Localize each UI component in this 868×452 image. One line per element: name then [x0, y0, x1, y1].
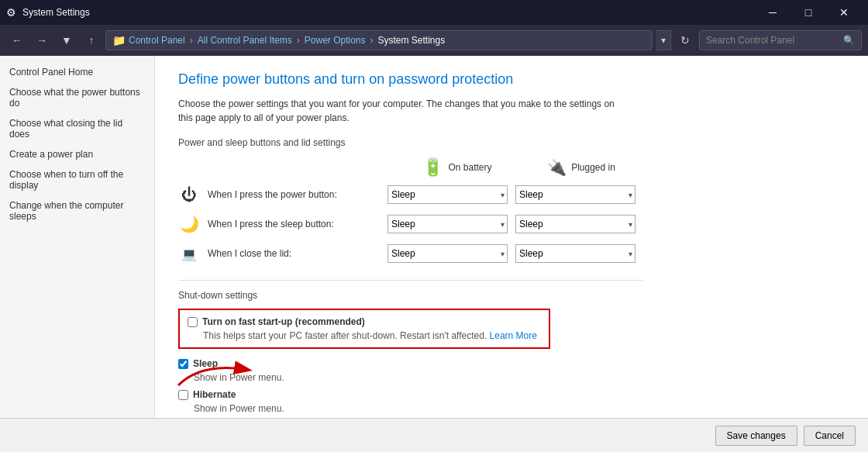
fast-startup-label[interactable]: Turn on fast start-up (recommended) — [202, 316, 365, 327]
learn-more-link[interactable]: Learn More — [490, 330, 537, 341]
sidebar-item-4[interactable]: Create a power plan — [0, 144, 154, 164]
sleep-battery-select[interactable]: Do nothing Sleep Hibernate Shut down — [388, 215, 508, 233]
fast-startup-desc: This helps start your PC faster after sh… — [203, 330, 541, 341]
sleep-battery-select-wrapper[interactable]: Do nothing Sleep Hibernate Shut down ▾ — [388, 215, 508, 233]
power-button-row: ⏻ When I press the power button: Do noth… — [178, 184, 643, 205]
sleep-checkbox[interactable] — [178, 359, 188, 369]
hibernate-sub-label: Show in Power menu. — [194, 403, 845, 414]
breadcrumb-power-options[interactable]: Power Options — [305, 35, 366, 46]
power-button-icon: ⏻ — [178, 184, 200, 205]
sidebar-item-3[interactable]: Choose what closing the lid does — [0, 113, 154, 144]
lid-label: When I close the lid: — [208, 248, 291, 259]
recent-locations-button[interactable]: ▼ — [56, 29, 78, 51]
address-bar: ← → ▼ ↑ 📁 Control Panel › All Control Pa… — [0, 25, 868, 56]
back-button[interactable]: ← — [6, 29, 28, 51]
lid-icon: 💻 — [178, 243, 200, 264]
settings-table: 🔋 On battery 🔌 Plugged in ⏻ When I press… — [178, 157, 643, 264]
battery-column-header: 🔋 On battery — [395, 157, 519, 178]
power-plugged-select[interactable]: Do nothing Sleep Hibernate Shut down — [515, 185, 636, 204]
power-button-label: When I press the power button: — [208, 189, 337, 200]
fast-startup-box: Turn on fast start-up (recommended) This… — [178, 309, 550, 349]
window-controls: ─ □ ✕ — [755, 0, 862, 25]
search-icon: 🔍 — [843, 35, 855, 46]
fast-startup-row[interactable]: Turn on fast start-up (recommended) — [188, 316, 541, 327]
hibernate-checkbox[interactable] — [178, 390, 188, 400]
address-dropdown[interactable]: ▾ — [656, 30, 671, 50]
lid-plugged-select[interactable]: Do nothing Sleep Hibernate Shut down — [515, 244, 636, 263]
search-input[interactable] — [706, 35, 839, 46]
shutdown-section-label: Shut-down settings — [178, 290, 845, 301]
sleep-button-icon: 🌙 — [178, 213, 200, 235]
refresh-button[interactable]: ↻ — [674, 29, 696, 51]
search-box[interactable]: 🔍 — [699, 30, 862, 50]
sidebar-item-6[interactable]: Change when the computer sleeps — [0, 195, 154, 226]
divider — [178, 280, 643, 281]
sleep-option-label[interactable]: Sleep — [193, 358, 218, 369]
fast-startup-checkbox[interactable] — [188, 317, 198, 327]
hibernate-checkbox-item: Hibernate Show in Power menu. — [178, 389, 845, 414]
sleep-checkbox-row[interactable]: Sleep — [178, 358, 845, 369]
folder-icon: 📁 — [112, 34, 126, 47]
sidebar-item-2[interactable]: Choose what the power buttons do — [0, 82, 154, 113]
sleep-button-row: 🌙 When I press the sleep button: Do noth… — [178, 213, 643, 235]
window-icon: ⚙ — [6, 6, 16, 19]
section-power-label: Power and sleep buttons and lid settings — [178, 137, 845, 148]
battery-icon: 🔋 — [422, 157, 443, 178]
maximize-button[interactable]: □ — [790, 0, 826, 25]
sleep-checkbox-item: Sleep Show in Power menu. — [178, 358, 845, 383]
lid-battery-select-wrapper[interactable]: Do nothing Sleep Hibernate Shut down ▾ — [388, 244, 508, 263]
cancel-button[interactable]: Cancel — [804, 426, 856, 446]
sleep-plugged-select[interactable]: Do nothing Sleep Hibernate Shut down — [515, 215, 636, 233]
sidebar-item-5[interactable]: Choose when to turn off the display — [0, 164, 154, 195]
plugged-column-header: 🔌 Plugged in — [519, 158, 643, 177]
lid-battery-select[interactable]: Do nothing Sleep Hibernate Shut down — [388, 244, 508, 263]
window-title: System Settings — [22, 7, 90, 18]
breadcrumb-all-items[interactable]: All Control Panel Items — [198, 35, 292, 46]
page-description: Choose the power settings that you want … — [178, 97, 628, 125]
lid-plugged-select-wrapper[interactable]: Do nothing Sleep Hibernate Shut down ▾ — [515, 244, 636, 263]
power-plugged-select-wrapper[interactable]: Do nothing Sleep Hibernate Shut down ▾ — [515, 185, 636, 204]
sleep-button-label: When I press the sleep button: — [208, 219, 334, 229]
content-area: Define power buttons and turn on passwor… — [155, 56, 868, 452]
plugin-icon: 🔌 — [547, 158, 567, 177]
sidebar-item-1[interactable]: Control Panel Home — [0, 62, 154, 82]
hibernate-option-label[interactable]: Hibernate — [193, 389, 236, 400]
forward-button[interactable]: → — [31, 29, 53, 51]
page-title: Define power buttons and turn on passwor… — [178, 71, 845, 88]
minimize-button[interactable]: ─ — [755, 0, 790, 25]
save-changes-button[interactable]: Save changes — [715, 426, 797, 446]
power-battery-select-wrapper[interactable]: Do nothing Sleep Hibernate Shut down ▾ — [388, 185, 508, 204]
sidebar: Control Panel Home Choose what the power… — [0, 56, 155, 452]
footer: Save changes Cancel — [0, 418, 868, 452]
sleep-sub-label: Show in Power menu. — [194, 372, 845, 383]
power-battery-select[interactable]: Do nothing Sleep Hibernate Shut down — [388, 185, 508, 204]
breadcrumb-current: System Settings — [377, 35, 445, 46]
main-area: Control Panel Home Choose what the power… — [0, 56, 868, 452]
settings-header-row: 🔋 On battery 🔌 Plugged in — [178, 157, 643, 178]
address-field[interactable]: 📁 Control Panel › All Control Panel Item… — [105, 30, 653, 50]
hibernate-checkbox-row[interactable]: Hibernate — [178, 389, 845, 400]
up-button[interactable]: ↑ — [81, 29, 102, 51]
title-bar: ⚙ System Settings ─ □ ✕ — [0, 0, 868, 25]
sleep-plugged-select-wrapper[interactable]: Do nothing Sleep Hibernate Shut down ▾ — [515, 215, 636, 233]
close-button[interactable]: ✕ — [826, 0, 862, 25]
lid-row: 💻 When I close the lid: Do nothing Sleep… — [178, 243, 643, 264]
breadcrumb-control-panel[interactable]: Control Panel — [129, 35, 185, 46]
